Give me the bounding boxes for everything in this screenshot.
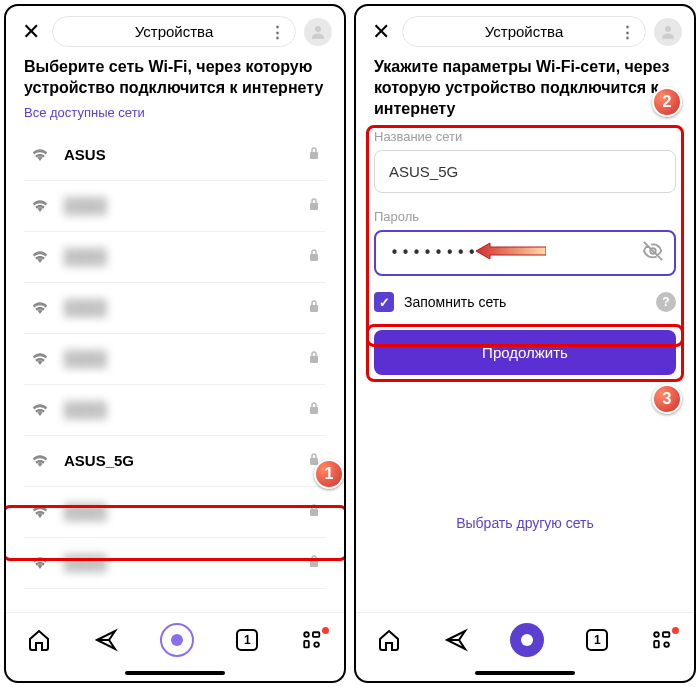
ssid-input[interactable] — [374, 150, 676, 193]
nav-send-icon[interactable] — [444, 628, 468, 652]
badge-1: 1 — [314, 459, 344, 489]
svg-rect-2 — [310, 203, 318, 210]
password-label: Пароль — [374, 209, 676, 224]
wifi-icon — [30, 349, 50, 369]
wifi-name: ████ — [64, 401, 308, 418]
lock-icon — [308, 503, 320, 520]
lock-icon — [308, 401, 320, 418]
wifi-item[interactable]: ████ — [24, 283, 326, 334]
svg-rect-11 — [313, 632, 319, 637]
svg-point-10 — [304, 632, 309, 637]
svg-marker-16 — [476, 243, 546, 259]
nav-tabs-icon[interactable]: 1 — [236, 629, 258, 651]
svg-rect-3 — [310, 254, 318, 261]
lock-icon — [308, 350, 320, 367]
badge-3: 3 — [652, 384, 682, 414]
svg-rect-4 — [310, 305, 318, 312]
svg-point-17 — [654, 632, 659, 637]
svg-point-20 — [664, 642, 669, 647]
help-icon[interactable]: ? — [656, 292, 676, 312]
wifi-name: ████ — [64, 350, 308, 367]
wifi-icon — [30, 196, 50, 216]
bottom-nav: 1 — [356, 612, 694, 667]
nav-services-icon[interactable] — [301, 629, 323, 651]
svg-point-0 — [315, 26, 321, 32]
lock-icon — [308, 554, 320, 571]
wifi-icon — [30, 451, 50, 471]
ssid-label: Название сети — [374, 129, 676, 144]
svg-point-13 — [314, 642, 319, 647]
wifi-item[interactable]: ████ — [24, 181, 326, 232]
avatar[interactable] — [654, 18, 682, 46]
wifi-icon — [30, 145, 50, 165]
wifi-icon — [30, 502, 50, 522]
svg-rect-19 — [654, 641, 659, 647]
choose-other-link[interactable]: Выбрать другую сеть — [374, 515, 676, 531]
eye-off-icon[interactable] — [642, 240, 664, 266]
wifi-icon — [30, 553, 50, 573]
nav-home-icon[interactable] — [27, 628, 51, 652]
lock-icon — [308, 299, 320, 316]
header: ✕ Устройства ⋮ — [356, 6, 694, 57]
svg-point-14 — [665, 26, 671, 32]
lock-icon — [308, 248, 320, 265]
wifi-name: ████ — [64, 503, 308, 520]
wifi-item[interactable]: ASUS_5G — [24, 436, 326, 487]
nav-home-icon[interactable] — [377, 628, 401, 652]
home-indicator — [475, 671, 575, 675]
remember-label: Запомнить сеть — [404, 294, 506, 310]
wifi-icon — [30, 298, 50, 318]
menu-dots-icon[interactable]: ⋮ — [270, 23, 285, 41]
wifi-item[interactable]: ████ — [24, 538, 326, 589]
svg-rect-1 — [310, 152, 318, 159]
heading: Выберите сеть Wi-Fi, через которую устро… — [24, 57, 326, 99]
nav-alice-icon[interactable] — [160, 623, 194, 657]
heading: Укажите параметры Wi-Fi-сети, через кото… — [374, 57, 676, 119]
wifi-item[interactable]: ████ — [24, 334, 326, 385]
nav-alice-icon[interactable] — [510, 623, 544, 657]
home-indicator — [125, 671, 225, 675]
wifi-name: ASUS_5G — [64, 452, 308, 469]
svg-rect-9 — [310, 560, 318, 567]
wifi-item[interactable]: ████ — [24, 487, 326, 538]
continue-button[interactable]: Продолжить — [374, 330, 676, 375]
wifi-item[interactable]: ████ — [24, 232, 326, 283]
badge-2: 2 — [652, 87, 682, 117]
svg-rect-8 — [310, 509, 318, 516]
remember-row: ✓ Запомнить сеть ? — [374, 292, 676, 312]
header: ✕ Устройства ⋮ — [6, 6, 344, 57]
wifi-name: ████ — [64, 554, 308, 571]
wifi-item[interactable]: ████ — [24, 385, 326, 436]
lock-icon — [308, 146, 320, 163]
wifi-name: ████ — [64, 197, 308, 214]
svg-rect-6 — [310, 407, 318, 414]
wifi-name: ████ — [64, 248, 308, 265]
close-icon[interactable]: ✕ — [18, 17, 44, 47]
wifi-name: ████ — [64, 299, 308, 316]
page-title: Устройства — [485, 23, 563, 40]
avatar[interactable] — [304, 18, 332, 46]
wifi-item[interactable]: ASUS — [24, 130, 326, 181]
svg-rect-18 — [663, 632, 669, 637]
arrow-annotation-icon — [476, 242, 546, 264]
nav-send-icon[interactable] — [94, 628, 118, 652]
nav-services-icon[interactable] — [651, 629, 673, 651]
nav-tabs-icon[interactable]: 1 — [586, 629, 608, 651]
available-networks-label: Все доступные сети — [24, 105, 326, 120]
page-title: Устройства — [135, 23, 213, 40]
page-title-pill[interactable]: Устройства ⋮ — [402, 16, 646, 47]
wifi-icon — [30, 400, 50, 420]
lock-icon — [308, 197, 320, 214]
wifi-name: ASUS — [64, 146, 308, 163]
bottom-nav: 1 — [6, 612, 344, 667]
svg-rect-12 — [304, 641, 309, 647]
page-title-pill[interactable]: Устройства ⋮ — [52, 16, 296, 47]
menu-dots-icon[interactable]: ⋮ — [620, 23, 635, 41]
close-icon[interactable]: ✕ — [368, 17, 394, 47]
wifi-icon — [30, 247, 50, 267]
svg-rect-5 — [310, 356, 318, 363]
remember-checkbox[interactable]: ✓ — [374, 292, 394, 312]
wifi-list: ASUS████████████████████ASUS_5G████████ — [24, 130, 326, 589]
